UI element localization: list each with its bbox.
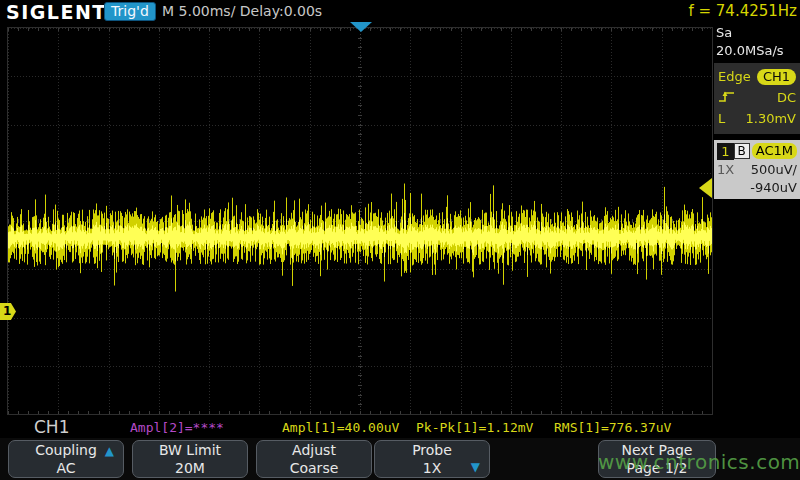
arrow-up-icon: ▲	[105, 444, 114, 458]
waveform-canvas	[8, 28, 712, 414]
active-channel-label: CH1	[34, 417, 69, 437]
trigger-coupling: DC	[777, 90, 796, 105]
adjust-button-label: Adjust	[257, 441, 371, 460]
waveform-display	[7, 27, 713, 415]
trigger-position-marker[interactable]	[350, 22, 372, 32]
adjust-button[interactable]: Adjust Coarse	[256, 440, 372, 478]
channel-number-badge: 1	[717, 143, 734, 160]
brand-logo: SIGLENT	[6, 1, 107, 23]
channel-offset-value: -940uV	[750, 180, 797, 195]
watermark: www.cntronics.com	[598, 450, 800, 474]
channel-coupling-badge: AC1M	[752, 143, 797, 159]
bw-limit-badge: B	[734, 143, 750, 159]
trigger-status-badge: Trig'd	[104, 2, 156, 21]
coupling-button[interactable]: Coupling AC ▲	[8, 440, 124, 478]
header-bar: SIGLENT Trig'd M 5.00ms/ Delay:0.00s f =…	[0, 0, 800, 24]
timebase-readout[interactable]: M 5.00ms/ Delay:0.00s	[162, 3, 322, 19]
probe-attenuation: 1X	[717, 162, 734, 177]
trigger-level-label: L	[718, 111, 725, 126]
adjust-button-value: Coarse	[257, 460, 371, 477]
trigger-source-badge: CH1	[757, 69, 796, 85]
volts-per-div: 500uV/	[751, 162, 797, 177]
probe-button-label: Probe	[375, 441, 489, 460]
trigger-level-marker[interactable]	[699, 178, 712, 198]
trigger-type-label: Edge	[718, 69, 751, 84]
bw-limit-button-label: BW Limit	[133, 441, 247, 460]
channel1-panel[interactable]: 1 B AC1M 1X 500uV/ -940uV	[714, 140, 800, 199]
measurement-bar: CH1 Ampl[2]=**** Ampl[1]=40.00uV Pk-Pk[1…	[0, 416, 712, 438]
probe-button[interactable]: Probe 1X ▼	[374, 440, 490, 478]
measurement-rms1: RMS[1]=776.37uV	[554, 420, 671, 435]
sample-rate: Sa 20.0MSa/s	[716, 24, 800, 60]
bw-limit-button-value: 20M	[133, 460, 247, 477]
rising-edge-icon	[718, 89, 736, 107]
arrow-down-icon: ▼	[471, 460, 480, 474]
oscilloscope-screen: SIGLENT Trig'd M 5.00ms/ Delay:0.00s f =…	[0, 0, 800, 480]
trigger-panel[interactable]: Edge CH1 DC L 1.30mV	[714, 63, 800, 134]
bw-limit-button[interactable]: BW Limit 20M	[132, 440, 248, 478]
sidebar: Sa 20.0MSa/s Curr 1.40Mpts Edge CH1 DC L…	[714, 24, 800, 416]
trigger-level-value: 1.30mV	[745, 111, 796, 126]
coupling-button-value: AC	[9, 460, 123, 477]
measurement-ampl2: Ampl[2]=****	[130, 420, 224, 435]
measurement-pkpk1: Pk-Pk[1]=1.12mV	[416, 420, 533, 435]
measurement-ampl1: Ampl[1]=40.00uV	[282, 420, 399, 435]
frequency-counter: f = 74.4251Hz	[688, 2, 797, 20]
